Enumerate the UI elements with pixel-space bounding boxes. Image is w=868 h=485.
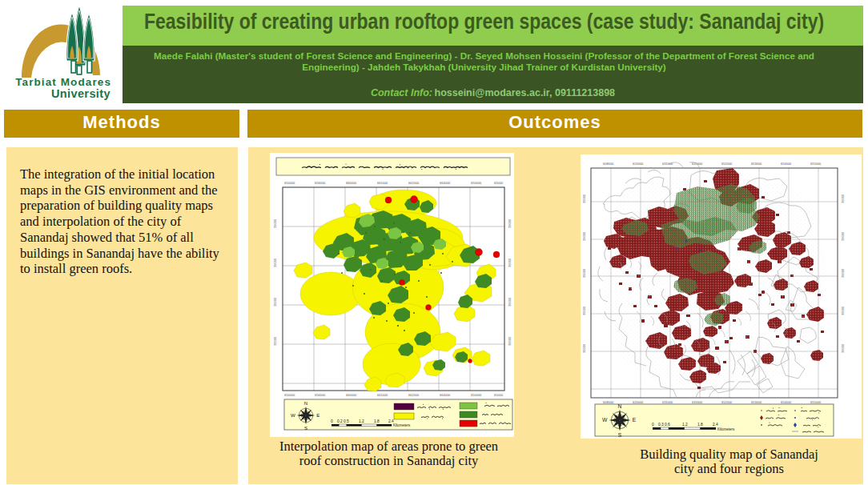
svg-text:39000: 39000 <box>273 218 277 228</box>
svg-text:N: N <box>304 400 307 406</box>
svg-text:39000: 39000 <box>273 258 277 267</box>
svg-text:631000: 631000 <box>662 162 673 166</box>
svg-text:39000: 39000 <box>508 218 512 228</box>
svg-text:S: S <box>304 425 307 431</box>
svg-text:664000: 664000 <box>440 393 451 397</box>
svg-text:662000: 662000 <box>408 181 420 185</box>
svg-text:39000: 39000 <box>841 194 845 203</box>
svg-text:653000: 653000 <box>751 400 762 404</box>
svg-text:608000: 608000 <box>603 400 614 404</box>
svg-text:650000: 650000 <box>284 393 295 397</box>
svg-text:1.8: 1.8 <box>697 423 703 427</box>
svg-text:39000: 39000 <box>841 306 845 315</box>
svg-text:1.2: 1.2 <box>359 419 364 423</box>
svg-text:631600: 631600 <box>692 400 703 404</box>
svg-text:655000: 655000 <box>810 400 822 404</box>
svg-text:660000: 660000 <box>346 393 357 397</box>
svg-text:620000: 620000 <box>633 162 644 166</box>
svg-text:654000: 654000 <box>781 400 792 404</box>
svg-text:39000: 39000 <box>841 343 845 353</box>
svg-text:631000: 631000 <box>662 400 673 404</box>
svg-text:662000: 662000 <box>408 393 420 397</box>
svg-text:39000: 39000 <box>508 297 512 307</box>
svg-text:University: University <box>51 87 111 100</box>
svg-text:N: N <box>618 403 622 409</box>
svg-text:664000: 664000 <box>440 181 451 185</box>
svg-text:653000: 653000 <box>751 162 762 166</box>
svg-text:Kilometers: Kilometers <box>393 423 411 427</box>
svg-text:39000: 39000 <box>582 343 586 353</box>
svg-text:W: W <box>602 417 608 423</box>
svg-text:650000: 650000 <box>471 181 482 185</box>
svg-text:S: S <box>618 432 622 438</box>
svg-text:39000: 39000 <box>273 336 277 346</box>
svg-text:39000: 39000 <box>841 268 845 278</box>
svg-text:39000: 39000 <box>841 231 845 241</box>
svg-text:1.8: 1.8 <box>374 419 380 423</box>
svg-text:652000: 652000 <box>721 400 733 404</box>
svg-text:661000: 661000 <box>377 181 388 185</box>
svg-text:656000: 656000 <box>315 181 326 185</box>
svg-text:39000: 39000 <box>508 336 512 346</box>
svg-text:2.4: 2.4 <box>713 423 718 427</box>
svg-text:W: W <box>291 412 295 418</box>
svg-text:65000: 65000 <box>494 181 504 185</box>
svg-text:650000: 650000 <box>471 393 482 397</box>
svg-text:652000: 652000 <box>721 162 733 166</box>
svg-text:39000: 39000 <box>582 194 586 203</box>
svg-text:608000: 608000 <box>603 162 614 166</box>
svg-text:E: E <box>633 417 637 423</box>
svg-text:0.2 0.5: 0.2 0.5 <box>337 419 349 423</box>
svg-text:661000: 661000 <box>377 393 388 397</box>
svg-text:1.2: 1.2 <box>682 423 688 427</box>
svg-text:650000: 650000 <box>284 181 295 185</box>
svg-text:39000: 39000 <box>508 258 512 267</box>
svg-text:39000: 39000 <box>582 231 586 241</box>
svg-text:E: E <box>316 412 319 418</box>
svg-text:Tarbiat Modares: Tarbiat Modares <box>15 76 111 88</box>
svg-text:0: 0 <box>652 423 654 427</box>
svg-text:655000: 655000 <box>810 162 822 166</box>
svg-text:39000: 39000 <box>582 268 586 278</box>
svg-text:39000: 39000 <box>582 306 586 315</box>
svg-text:0: 0 <box>331 419 333 423</box>
svg-text:65000: 65000 <box>494 393 504 397</box>
svg-text:654000: 654000 <box>781 162 792 166</box>
svg-text:620000: 620000 <box>633 400 644 404</box>
svg-text:0.3 0.6: 0.3 0.6 <box>658 423 670 427</box>
svg-text:Kilometers: Kilometers <box>717 427 735 431</box>
svg-text:656000: 656000 <box>315 393 326 397</box>
svg-text:39000: 39000 <box>273 297 277 307</box>
svg-text:660000: 660000 <box>346 181 357 185</box>
